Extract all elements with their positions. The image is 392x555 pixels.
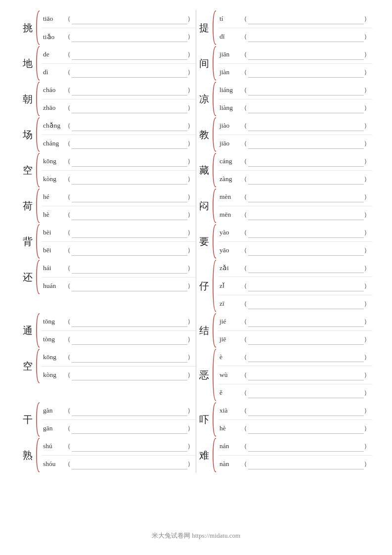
- entry: 场 chǎng （ ） cháng （ ）: [20, 117, 196, 152]
- fill-line: [72, 184, 187, 185]
- chinese-char: 教: [196, 117, 212, 152]
- reading-row: cháo （ ）: [42, 81, 196, 99]
- left-cell: 朝 cháo （ ） zhāo （ ）: [20, 81, 196, 117]
- bracket: [212, 46, 218, 81]
- chinese-char: 朝: [20, 81, 36, 117]
- paren-close: ）: [187, 86, 196, 94]
- pinyin: gān: [42, 424, 64, 432]
- pinyin: jiàn: [218, 68, 241, 76]
- reading-row: jiàn （ ）: [218, 64, 372, 82]
- reading-row: yāo （ ）: [218, 242, 372, 260]
- bracket: [212, 188, 218, 224]
- reading-row: zǎi （ ）: [218, 259, 372, 277]
- pinyin: cháo: [42, 86, 64, 94]
- entry: 提 tí （ ） dī （ ）: [196, 10, 372, 46]
- reading-row: zhāo （ ）: [42, 99, 196, 117]
- reading-row: kòng （ ）: [42, 171, 196, 188]
- paren-close: ）: [364, 14, 372, 23]
- paren-open: （: [241, 460, 247, 468]
- right-cell: 仔 zǎi （ ） zǐ （ ） zī （ ）: [196, 259, 373, 313]
- fill-line: [72, 95, 187, 95]
- reading-row: cáng （ ）: [218, 152, 372, 171]
- bracket: [36, 348, 42, 384]
- pinyin: huán: [42, 282, 64, 290]
- fill-line: [72, 113, 187, 113]
- right-cell: 要 yào （ ） yāo （ ）: [196, 224, 373, 259]
- entry: 空 kōng （ ） kòng （ ）: [20, 348, 196, 384]
- paren-open: （: [64, 317, 71, 326]
- reading-row: nàn （ ）: [218, 456, 372, 473]
- entry: 凉 liáng （ ） liàng （ ）: [196, 81, 372, 117]
- entry: 藏 cáng （ ） zàng （ ）: [196, 152, 372, 188]
- paren-close: ）: [364, 299, 372, 308]
- paren-open: （: [241, 68, 247, 77]
- entry: 通 tōng （ ） tòng （ ）: [20, 313, 196, 348]
- pinyin: è: [218, 353, 241, 361]
- pinyin: jié: [218, 318, 241, 325]
- paren-open: （: [241, 353, 247, 362]
- paren-close: ）: [364, 50, 372, 59]
- pinyin: tiāo: [42, 15, 64, 23]
- entry-rows: è （ ） wù （ ） ě （ ）: [218, 348, 372, 402]
- pinyin: tí: [218, 15, 241, 23]
- reading-row: shú （ ）: [42, 437, 196, 456]
- entry: 空 kōng （ ） kòng （ ）: [20, 152, 196, 188]
- pinyin: zī: [218, 300, 241, 308]
- reading-row: huán （ ）: [42, 278, 196, 295]
- right-cell: 恶 è （ ） wù （ ） ě （ ）: [196, 348, 373, 402]
- chinese-char: 地: [20, 46, 36, 81]
- left-cell: 挑 tiāo （ ） tiǎo （ ）: [20, 10, 196, 46]
- paren-open: （: [64, 50, 71, 59]
- paren-open: （: [64, 335, 71, 344]
- paren-open: （: [64, 157, 71, 166]
- pinyin: jiāo: [218, 139, 241, 147]
- pinyin: liàng: [218, 104, 241, 112]
- fill-line: [248, 77, 364, 78]
- left-cell: 干 gàn （ ） gān （ ）: [20, 402, 196, 437]
- paren-close: ）: [187, 103, 196, 112]
- entry-rows: mèn （ ） mēn （ ）: [218, 188, 372, 224]
- paren-open: （: [241, 317, 247, 326]
- reading-row: ě （ ）: [218, 384, 372, 402]
- chinese-char: 恶: [196, 348, 212, 402]
- left-cell: 荷 hé （ ） hè （ ）: [20, 188, 196, 224]
- reading-row: jié （ ）: [218, 313, 372, 331]
- paren-close: ）: [187, 50, 196, 59]
- entry-rows: cáng （ ） zàng （ ）: [218, 152, 372, 188]
- paren-open: （: [64, 460, 71, 468]
- fill-line: [72, 148, 187, 149]
- fill-line: [248, 255, 364, 256]
- left-cell: 还 hái （ ） huán （ ）: [20, 259, 196, 313]
- pinyin: ě: [218, 389, 241, 397]
- paren-close: ）: [187, 32, 196, 41]
- chinese-char: 藏: [196, 152, 212, 188]
- fill-line: [72, 326, 187, 327]
- entry-rows: jiān （ ） jiàn （ ）: [218, 46, 372, 81]
- chinese-char: 结: [196, 313, 212, 348]
- entry-rows: tōng （ ） tòng （ ）: [42, 313, 196, 348]
- paren-open: （: [64, 424, 71, 433]
- chinese-char: 提: [196, 10, 212, 46]
- fill-line: [72, 77, 187, 78]
- pinyin: bēi: [42, 246, 64, 254]
- paren-close: ）: [364, 264, 372, 273]
- reading-row: cháng （ ）: [42, 135, 196, 153]
- entry-rows: kōng （ ） kòng （ ）: [42, 152, 196, 188]
- paren-open: （: [64, 406, 71, 415]
- entry: 朝 cháo （ ） zhāo （ ）: [20, 81, 196, 117]
- bracket: [212, 152, 218, 188]
- fill-line: [248, 237, 364, 238]
- paren-close: ）: [187, 460, 196, 468]
- pinyin: cháng: [42, 139, 64, 147]
- bracket: [212, 402, 218, 437]
- paren-open: （: [241, 281, 247, 290]
- paren-open: （: [64, 228, 71, 237]
- right-cell: 吓 xià （ ） hè （ ）: [196, 402, 373, 437]
- entry: 挑 tiāo （ ） tiǎo （ ）: [20, 10, 196, 46]
- entry-rows: hé （ ） hè （ ）: [42, 188, 196, 224]
- chinese-char: 背: [20, 224, 36, 259]
- reading-row: tiǎo （ ）: [42, 28, 196, 46]
- entry: 恶 è （ ） wù （ ） ě （ ）: [196, 348, 372, 402]
- paren-open: （: [241, 121, 247, 130]
- pinyin: dī: [218, 33, 241, 41]
